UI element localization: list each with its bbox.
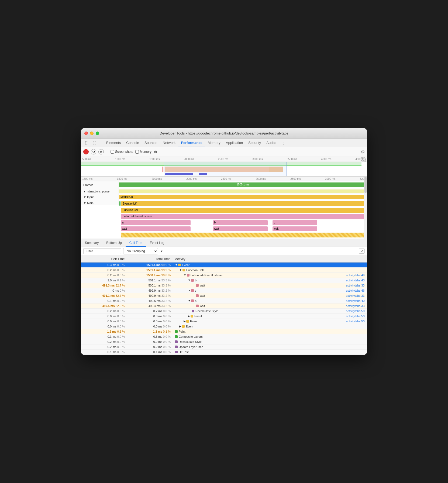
source-link[interactable]: activitytabs:50 — [340, 320, 365, 323]
table-row[interactable]: 491.1 ms 32.7 %499.9 ms 33.2 %waitactivi… — [81, 293, 367, 298]
table-row[interactable]: 0.3 ms 0.0 %1501.4 ms 99.9 %▼Event — [81, 262, 367, 268]
minimize-button[interactable] — [90, 132, 94, 135]
activity-name: wait — [200, 304, 205, 308]
reload-button[interactable]: ↺ — [91, 149, 96, 154]
cursor-tool-button[interactable]: ⬚ — [83, 139, 90, 146]
collapse-button[interactable]: ◁ — [359, 249, 365, 254]
stop-button[interactable]: ⊘ — [98, 149, 104, 154]
cell-activity: Composite Layers — [173, 334, 367, 339]
tick-2400ms: 2400 ms — [221, 177, 231, 180]
tab-security[interactable]: Security — [246, 139, 264, 147]
tab-console[interactable]: Console — [123, 139, 142, 147]
cell-self-time: 491.1 ms 32.7 % — [81, 293, 127, 298]
chevron-icon[interactable]: ▼ — [188, 289, 191, 292]
frames-bar: 1505.1 ms — [119, 182, 367, 187]
chevron-icon[interactable]: ▼ — [188, 279, 191, 282]
table-row[interactable]: 1.0 ms 0.1 %501.1 ms 33.3 %▼bactivitytab… — [81, 278, 367, 283]
table-row[interactable]: 0.2 ms 0.0 %0.2 ms 0.0 %Recalculate Styl… — [81, 339, 367, 344]
table-row[interactable]: 0.0 ms 0.0 %0.0 ms 0.0 %▶Eventactivityta… — [81, 314, 367, 319]
table-row[interactable]: 489.5 ms 32.6 %499.4 ms 33.2 %waitactivi… — [81, 303, 367, 309]
cell-activity: ▶Eventactivitytabs:50 — [173, 314, 367, 319]
source-link[interactable]: activitytabs:33 — [340, 294, 365, 297]
btn-listener-row: button.addEventListener — [119, 213, 367, 219]
cell-total-time: 1.2 ms 0.1 % — [127, 329, 173, 334]
memory-label: Memory — [140, 150, 151, 154]
tab-performance[interactable]: Performance — [178, 139, 205, 147]
scrollbar-thumb — [364, 177, 367, 193]
table-row[interactable]: 491.3 ms 32.7 %500.1 ms 33.3 %waitactivi… — [81, 283, 367, 288]
source-link[interactable]: activitytabs:43 — [340, 279, 365, 282]
screenshots-checkbox[interactable] — [111, 150, 114, 154]
grouping-select[interactable]: No Grouping Group by Activity Group by U… — [123, 248, 158, 254]
main-label: ▼ Main — [81, 200, 119, 205]
chevron-icon[interactable]: ▶ — [184, 320, 186, 323]
table-row[interactable]: 0.2 ms 0.0 %0.2 ms 0.0 %Update Layer Tre… — [81, 344, 367, 350]
device-mode-button[interactable]: ⬚ — [91, 139, 98, 146]
chevron-icon[interactable]: ▶ — [179, 325, 181, 328]
cell-self-time: 0.3 ms 0.0 % — [81, 262, 127, 268]
chevron-icon[interactable]: ▼ — [184, 274, 186, 277]
cell-activity: waitactivitytabs:33 — [173, 293, 367, 298]
more-tabs-button[interactable]: ⋮ — [281, 140, 286, 146]
tab-application[interactable]: Application — [223, 139, 246, 147]
table-row[interactable]: 1.2 ms 0.1 %1.2 ms 0.1 %Paint — [81, 329, 367, 334]
wait-bar-2: wait — [213, 226, 268, 231]
tab-memory[interactable]: Memory — [205, 139, 223, 147]
tick-1500ms: 1500 ms — [149, 158, 160, 161]
source-link[interactable]: activitytabs:46 — [340, 289, 365, 292]
activity-name: Hit Test — [179, 350, 188, 354]
cell-self-time: 0.0 ms 0.0 % — [81, 314, 127, 319]
source-link[interactable]: activitytabs:40 — [340, 299, 365, 302]
table-row[interactable]: 0.1 ms 0.0 %499.5 ms 33.2 %▼aactivitytab… — [81, 298, 367, 303]
maximize-button[interactable] — [96, 132, 99, 135]
tab-network[interactable]: Network — [160, 139, 178, 147]
source-link[interactable]: activitytabs:49 — [340, 274, 365, 277]
tick-2600ms: 2600 ms — [256, 177, 266, 180]
tab-event-log[interactable]: Event Log — [146, 239, 168, 247]
chevron-icon[interactable]: ▼ — [188, 299, 191, 302]
clear-button[interactable]: 🗑 — [154, 150, 157, 154]
source-link[interactable]: activitytabs:33 — [340, 284, 365, 287]
tick-1600ms: 1600 ms — [82, 177, 92, 180]
cell-self-time: 0.0 ms 0.0 % — [81, 319, 127, 324]
tab-sources[interactable]: Sources — [142, 139, 160, 147]
tab-audits[interactable]: Audits — [264, 139, 279, 147]
call-tree-container[interactable]: Self Time Total Time Activity 0.3 ms 0.0… — [81, 256, 367, 355]
input-track: ▼ Input Mouse Up — [81, 194, 367, 200]
tab-call-tree[interactable]: Call Tree — [126, 239, 146, 247]
table-row[interactable]: 0.2 ms 0.0 %1500.9 ms 99.8 %▼button.addE… — [81, 273, 367, 278]
table-row[interactable]: 0.2 ms 0.0 %1501.1 ms 99.9 %▼Function Ca… — [81, 268, 367, 273]
vertical-scrollbar[interactable] — [364, 177, 367, 239]
cell-activity: Hit Test — [173, 350, 367, 355]
memory-checkbox-label[interactable]: Memory — [135, 150, 151, 154]
tab-bottom-up[interactable]: Bottom-Up — [102, 239, 125, 247]
screenshots-checkbox-label[interactable]: Screenshots — [111, 150, 133, 154]
fps-label: FPS — [361, 157, 366, 160]
tab-elements[interactable]: Elements — [104, 139, 123, 147]
source-link[interactable]: activitytabs:33 — [340, 304, 365, 308]
tab-summary[interactable]: Summary — [81, 239, 102, 247]
chevron-icon[interactable]: ▶ — [188, 315, 190, 318]
table-row[interactable]: 0 ms 0 %499.9 ms 33.2 %▼cactivitytabs:46 — [81, 288, 367, 293]
chevron-icon[interactable]: ▼ — [179, 268, 182, 271]
source-link[interactable]: activitytabs:50 — [340, 309, 365, 313]
source-link[interactable]: activitytabs:50 — [340, 315, 365, 318]
striped-bar — [121, 233, 367, 237]
close-button[interactable] — [84, 132, 88, 135]
table-row[interactable]: 0.3 ms 0.0 %0.3 ms 0.0 %Composite Layers — [81, 334, 367, 339]
chevron-icon[interactable]: ▼ — [175, 263, 178, 266]
settings-button[interactable]: ⚙ — [361, 149, 365, 154]
filter-input[interactable] — [83, 248, 121, 254]
table-row[interactable]: 0.0 ms 0.0 %0.0 ms 0.0 %▶Eventactivityta… — [81, 319, 367, 324]
col-total-time: Total Time — [127, 256, 173, 263]
table-row[interactable]: 0.1 ms 0.0 %0.1 ms 0.0 %Hit Test — [81, 350, 367, 355]
record-button[interactable] — [83, 149, 89, 154]
a-bar: a — [121, 220, 191, 225]
activity-name: Recalculate Style — [179, 340, 202, 343]
cell-activity: ▼cactivitytabs:46 — [173, 288, 367, 293]
table-row[interactable]: 0.0 ms 0.0 %0.0 ms 0.0 %▶Event — [81, 324, 367, 329]
cell-activity: ▶Event — [173, 324, 367, 329]
memory-checkbox[interactable] — [135, 150, 139, 154]
table-row[interactable]: 0.2 ms 0.0 %0.2 ms 0.0 %Recalculate Styl… — [81, 309, 367, 314]
col-self-time: Self Time — [81, 256, 127, 263]
